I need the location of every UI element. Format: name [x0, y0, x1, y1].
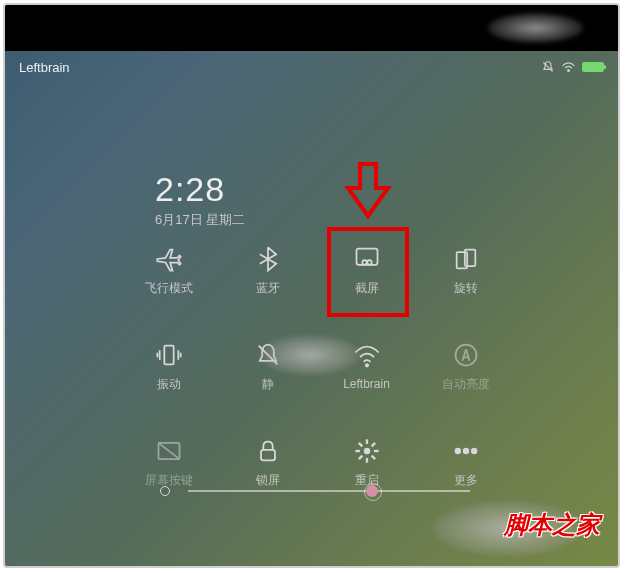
toggle-auto-brightness[interactable]: 自动亮度 — [420, 326, 511, 404]
toggle-label: Leftbrain — [343, 377, 390, 391]
date-label: 6月17日 星期二 — [155, 211, 245, 229]
screen-buttons-icon — [155, 437, 183, 465]
svg-point-25 — [471, 448, 476, 453]
toggle-label: 蓝牙 — [256, 280, 280, 297]
auto-brightness-icon — [452, 341, 480, 369]
toggle-screenshot[interactable]: 截屏 — [321, 230, 412, 308]
svg-point-1 — [568, 70, 570, 72]
brightness-slider[interactable] — [160, 481, 470, 501]
toggle-label: 旋转 — [454, 280, 478, 297]
svg-point-10 — [455, 344, 476, 365]
svg-line-20 — [371, 455, 375, 459]
airplane-icon — [155, 245, 183, 273]
slider-track[interactable] — [188, 490, 470, 492]
vibrate-icon — [155, 341, 183, 369]
svg-point-24 — [463, 448, 468, 453]
clock-block: 2:28 6月17日 星期二 — [155, 170, 245, 229]
lock-icon — [254, 437, 282, 465]
rotate-icon — [452, 245, 480, 273]
status-bar: Leftbrain — [19, 55, 604, 79]
brightness-low-icon — [160, 486, 170, 496]
battery-icon — [582, 62, 604, 72]
toggle-label: 振动 — [157, 376, 181, 393]
svg-point-9 — [365, 364, 367, 366]
toggle-label: 静 — [262, 376, 274, 393]
svg-line-19 — [358, 442, 362, 446]
toggle-rotate[interactable]: 旋转 — [420, 230, 511, 308]
svg-point-23 — [455, 448, 460, 453]
toggle-label: 截屏 — [355, 280, 379, 297]
svg-line-22 — [371, 442, 375, 446]
screenshot-icon — [353, 245, 381, 273]
toggle-label: 自动亮度 — [442, 376, 490, 393]
reboot-icon — [353, 437, 381, 465]
mute-icon — [541, 60, 555, 74]
carrier-label: Leftbrain — [19, 60, 70, 75]
svg-rect-13 — [261, 449, 275, 460]
time-label: 2:28 — [155, 170, 245, 209]
bluetooth-icon — [254, 245, 282, 273]
more-icon — [452, 437, 480, 465]
toggle-label: 飞行模式 — [145, 280, 193, 297]
toggle-airplane[interactable]: 飞行模式 — [123, 230, 214, 308]
svg-line-21 — [358, 455, 362, 459]
slider-thumb[interactable] — [366, 485, 378, 497]
censoring-smudge — [488, 13, 583, 43]
toggle-bluetooth[interactable]: 蓝牙 — [222, 230, 313, 308]
watermark-text: 脚本之家 — [504, 509, 600, 541]
tablet-screen: Leftbrain 2:28 6月17日 星期二 飞行模式 蓝牙 截屏 旋转 — [3, 3, 620, 568]
svg-rect-7 — [164, 345, 173, 364]
toggle-vibrate[interactable]: 振动 — [123, 326, 214, 404]
svg-line-12 — [158, 442, 179, 458]
annotation-arrow — [344, 160, 392, 224]
svg-point-14 — [364, 448, 369, 453]
censoring-smudge — [260, 335, 360, 375]
wifi-icon — [561, 61, 576, 73]
